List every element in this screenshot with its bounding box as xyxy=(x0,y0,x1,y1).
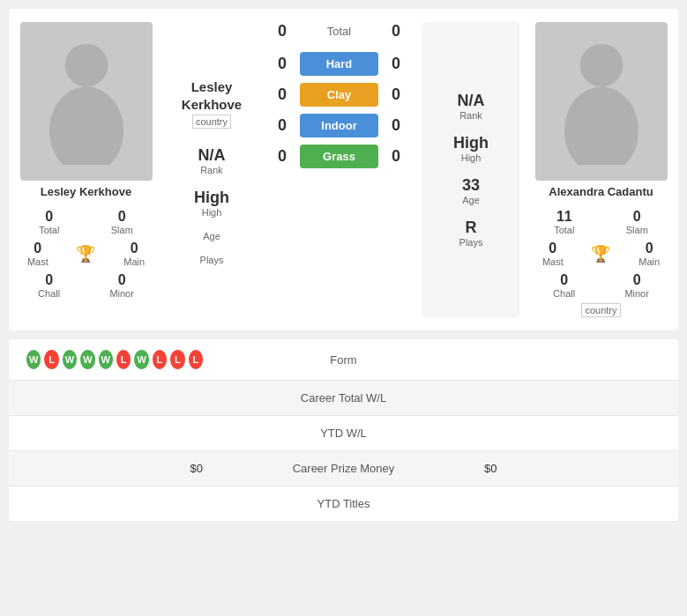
left-plays-label: Plays xyxy=(200,255,224,265)
grass-button[interactable]: Grass xyxy=(300,145,378,168)
form-label: Form xyxy=(203,353,484,367)
right-age-label: Age xyxy=(462,195,480,205)
left-minor-stat: 0 Minor xyxy=(109,272,134,299)
left-name-line2: Kerkhove xyxy=(182,97,242,112)
grass-right-score: 0 xyxy=(383,147,409,166)
right-plays-label: Plays xyxy=(459,237,483,248)
right-slam-label: Slam xyxy=(626,225,648,235)
hard-left-score: 0 xyxy=(269,55,295,73)
right-high-label: High xyxy=(461,152,482,163)
left-rank-stat: N/A Rank xyxy=(198,146,226,175)
right-high-stat: High High xyxy=(453,134,489,163)
left-prize: $0 xyxy=(26,462,203,475)
left-total-stat: 0 Total xyxy=(39,209,59,235)
right-rank-stat: N/A Rank xyxy=(458,92,485,121)
left-slam-label: Slam xyxy=(111,225,133,235)
right-high-value: High xyxy=(453,134,489,152)
left-rank-label: Rank xyxy=(200,165,223,175)
right-player-avatar xyxy=(535,22,668,181)
right-middle-stats: N/A Rank High High 33 Age R Plays xyxy=(422,22,519,317)
form-row: WLWWWLWLLL Form xyxy=(9,339,678,381)
left-rank-value: N/A xyxy=(198,146,226,165)
form-badge-w: W xyxy=(99,350,113,369)
right-mast-value: 0 xyxy=(549,241,556,256)
right-total-label: Total xyxy=(554,225,574,235)
ytd-titles-label: YTD Titles xyxy=(203,497,484,510)
left-high-value: High xyxy=(194,189,229,207)
grass-row: 0 Grass 0 xyxy=(269,145,409,168)
right-age-value: 33 xyxy=(462,176,480,195)
grass-left-score: 0 xyxy=(269,147,295,166)
total-label: Total xyxy=(295,25,383,38)
left-minor-value: 0 xyxy=(118,272,126,288)
left-mast-value: 0 xyxy=(34,241,41,256)
right-slam-stat: 0 Slam xyxy=(626,209,648,235)
left-country-row: country xyxy=(192,115,231,129)
clay-right-score: 0 xyxy=(383,85,409,104)
right-minor-label: Minor xyxy=(624,288,649,299)
right-stats-row2: 0 Mast 🏆 0 Main xyxy=(528,241,674,267)
career-wl-label: Career Total W/L xyxy=(203,391,484,404)
clay-button[interactable]: Clay xyxy=(300,83,378,107)
right-stats-row3: 0 Chall 0 Minor xyxy=(528,272,674,299)
right-slam-value: 0 xyxy=(633,209,641,225)
clay-left-score: 0 xyxy=(269,85,295,104)
left-slam-value: 0 xyxy=(118,209,126,225)
career-prize-label: Career Prize Money xyxy=(203,462,484,475)
right-country-flag: country xyxy=(581,303,620,317)
left-total-label: Total xyxy=(39,225,59,235)
form-badge-l: L xyxy=(189,350,203,369)
ytd-titles-row: YTD Titles xyxy=(9,486,678,521)
left-minor-label: Minor xyxy=(109,288,134,299)
left-age-stat: Age xyxy=(203,231,220,241)
left-high-label: High xyxy=(202,207,222,218)
indoor-right-score: 0 xyxy=(383,116,409,135)
career-wl-row: Career Total W/L xyxy=(9,381,678,416)
right-rank-label: Rank xyxy=(459,110,482,121)
svg-point-3 xyxy=(564,86,638,165)
clay-row: 0 Clay 0 xyxy=(269,83,409,107)
left-total-value: 0 xyxy=(45,209,53,225)
left-main-label: Main xyxy=(123,256,145,267)
form-badge-w: W xyxy=(63,350,77,369)
right-total-value: 11 xyxy=(556,209,572,225)
left-mast-label: Mast xyxy=(27,256,49,267)
right-minor-value: 0 xyxy=(633,272,641,288)
ytd-wl-label: YTD W/L xyxy=(203,427,484,440)
left-stats-row3: 0 Chall 0 Minor xyxy=(13,272,159,299)
right-mast-stat: 0 Mast xyxy=(542,241,564,267)
right-chall-stat: 0 Chall xyxy=(553,272,575,299)
right-age-stat: 33 Age xyxy=(462,176,480,205)
form-left-badges: WLWWWLWLLL xyxy=(26,350,203,369)
left-country-flag: country xyxy=(192,115,231,129)
right-chall-label: Chall xyxy=(553,288,575,299)
left-player-avatar xyxy=(20,22,153,181)
indoor-button[interactable]: Indoor xyxy=(300,114,378,137)
hard-button[interactable]: Hard xyxy=(300,52,378,76)
left-player-header: Lesley Kerkhove country xyxy=(150,75,273,133)
left-high-stat: High High xyxy=(194,189,229,218)
right-player-name: Alexandra Cadantu xyxy=(549,185,653,198)
player-comparison: Lesley Kerkhove 0 Total 0 Slam 0 Mast 🏆 xyxy=(9,9,678,330)
total-row: 0 Total 0 xyxy=(269,22,409,41)
right-main-value: 0 xyxy=(646,241,653,256)
left-trophy-icon: 🏆 xyxy=(76,244,95,263)
form-badge-w: W xyxy=(80,350,94,369)
right-stats-row1: 11 Total 0 Slam xyxy=(528,209,674,235)
hard-right-score: 0 xyxy=(383,55,409,73)
total-left-score: 0 xyxy=(269,22,295,41)
left-middle-stats: Lesley Kerkhove country N/A Rank High Hi… xyxy=(163,18,260,322)
ytd-wl-row: YTD W/L xyxy=(9,416,678,451)
left-main-value: 0 xyxy=(131,241,138,256)
left-plays-stat: Plays xyxy=(200,255,224,265)
right-player-section: Alexandra Cadantu 11 Total 0 Slam 0 Mast… xyxy=(524,18,678,322)
svg-point-1 xyxy=(49,86,123,165)
left-stats-row2: 0 Mast 🏆 0 Main xyxy=(13,241,159,267)
career-prize-row: $0 Career Prize Money $0 xyxy=(9,451,678,486)
right-country-wrapper: country xyxy=(581,301,620,317)
svg-point-0 xyxy=(64,44,108,87)
svg-point-2 xyxy=(579,44,623,87)
form-badge-l: L xyxy=(44,350,58,369)
indoor-row: 0 Indoor 0 xyxy=(269,114,409,137)
right-rank-value: N/A xyxy=(458,92,485,110)
